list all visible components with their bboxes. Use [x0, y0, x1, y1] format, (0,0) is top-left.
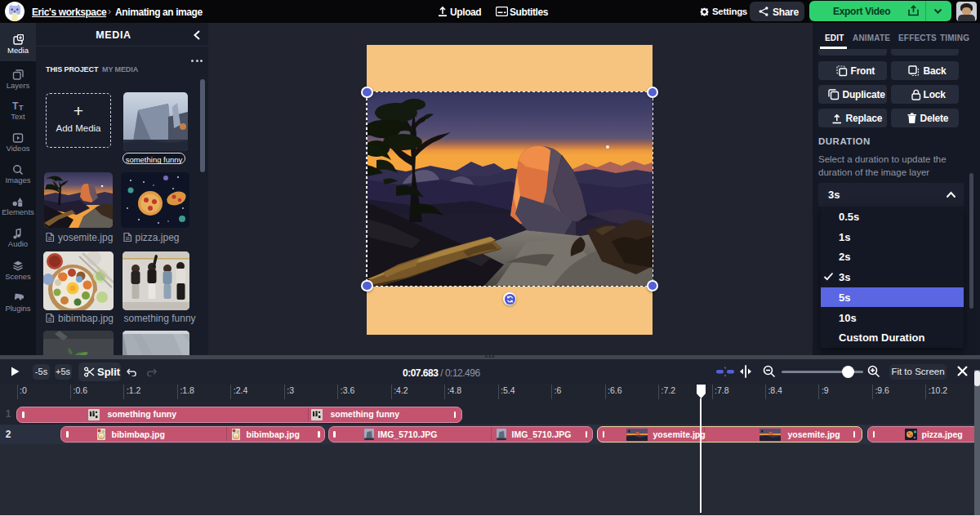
svg-text:T: T — [19, 103, 24, 111]
svg-text:T: T — [12, 100, 19, 112]
